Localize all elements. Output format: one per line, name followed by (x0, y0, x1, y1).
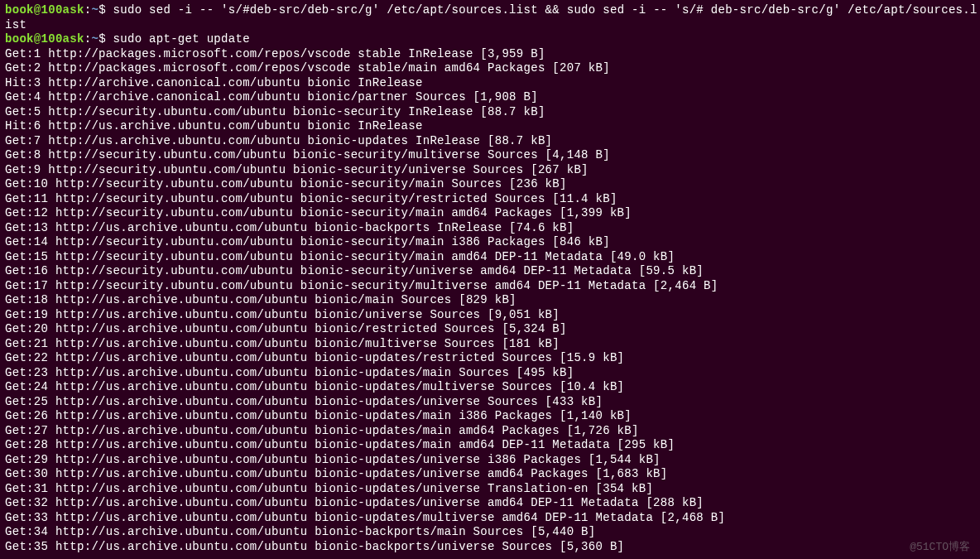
prompt-user: book@100ask (5, 32, 84, 46)
command-line-2: book@100ask:~$ sudo apt-get update (5, 32, 975, 47)
command-wrap-line: ist (5, 18, 975, 33)
output-line: Get:32 http://us.archive.ubuntu.com/ubun… (5, 496, 975, 511)
output-line: Get:34 http://us.archive.ubuntu.com/ubun… (5, 525, 975, 540)
output-line: Get:33 http://us.archive.ubuntu.com/ubun… (5, 511, 975, 526)
output-line: Get:15 http://security.ubuntu.com/ubuntu… (5, 250, 975, 265)
prompt-dollar: $ (98, 3, 106, 17)
output-line: Get:21 http://us.archive.ubuntu.com/ubun… (5, 337, 975, 352)
output-line: Get:16 http://security.ubuntu.com/ubuntu… (5, 264, 975, 279)
prompt-user: book@100ask (5, 3, 84, 17)
output-line: Get:1 http://packages.microsoft.com/repo… (5, 47, 975, 62)
output-line: Get:35 http://us.archive.ubuntu.com/ubun… (5, 540, 975, 555)
output-line: Get:13 http://us.archive.ubuntu.com/ubun… (5, 221, 975, 236)
prompt-path: ~ (91, 32, 98, 46)
output-line: Get:8 http://security.ubuntu.com/ubuntu … (5, 148, 975, 163)
output-line: Get:19 http://us.archive.ubuntu.com/ubun… (5, 308, 975, 323)
output-line: Get:14 http://security.ubuntu.com/ubuntu… (5, 235, 975, 250)
prompt-dollar: $ (98, 32, 106, 46)
output-line: Get:17 http://security.ubuntu.com/ubuntu… (5, 279, 975, 294)
output-line: Get:9 http://security.ubuntu.com/ubuntu … (5, 163, 975, 178)
output-line: Get:30 http://us.archive.ubuntu.com/ubun… (5, 467, 975, 482)
output-line: Get:22 http://us.archive.ubuntu.com/ubun… (5, 351, 975, 366)
command-text-1 (106, 3, 113, 17)
output-line: Get:20 http://us.archive.ubuntu.com/ubun… (5, 322, 975, 337)
output-line: Get:31 http://us.archive.ubuntu.com/ubun… (5, 482, 975, 497)
output-line: Get:10 http://security.ubuntu.com/ubuntu… (5, 177, 975, 192)
output-line: Get:29 http://us.archive.ubuntu.com/ubun… (5, 453, 975, 468)
output-line: Get:7 http://us.archive.ubuntu.com/ubunt… (5, 134, 975, 149)
command-text-2 (106, 32, 113, 46)
output-line: Get:24 http://us.archive.ubuntu.com/ubun… (5, 380, 975, 395)
output-line: Get:28 http://us.archive.ubuntu.com/ubun… (5, 438, 975, 453)
output-line: Get:2 http://packages.microsoft.com/repo… (5, 61, 975, 76)
watermark: @51CTO博客 (910, 541, 970, 554)
output-line: Get:26 http://us.archive.ubuntu.com/ubun… (5, 409, 975, 424)
command-1: sudo sed -i -- 's/#deb-src/deb-src/g' /e… (113, 3, 978, 17)
output-line: Get:18 http://us.archive.ubuntu.com/ubun… (5, 293, 975, 308)
output-line: Hit:6 http://us.archive.ubuntu.com/ubunt… (5, 119, 975, 134)
command-2: sudo apt-get update (113, 32, 250, 46)
output-line: Get:25 http://us.archive.ubuntu.com/ubun… (5, 395, 975, 410)
command-line-1: book@100ask:~$ sudo sed -i -- 's/#deb-sr… (5, 3, 975, 18)
output-line: Get:23 http://us.archive.ubuntu.com/ubun… (5, 366, 975, 381)
output-line: Get:4 http://archive.canonical.com/ubunt… (5, 90, 975, 105)
output-line: Get:11 http://security.ubuntu.com/ubuntu… (5, 192, 975, 207)
terminal-window[interactable]: book@100ask:~$ sudo sed -i -- 's/#deb-sr… (5, 3, 975, 554)
prompt-path: ~ (91, 3, 98, 17)
output-container: Get:1 http://packages.microsoft.com/repo… (5, 47, 975, 555)
output-line: Get:27 http://us.archive.ubuntu.com/ubun… (5, 424, 975, 439)
output-line: Get:5 http://security.ubuntu.com/ubuntu … (5, 105, 975, 120)
output-line: Hit:3 http://archive.canonical.com/ubunt… (5, 76, 975, 91)
output-line: Get:12 http://security.ubuntu.com/ubuntu… (5, 206, 975, 221)
